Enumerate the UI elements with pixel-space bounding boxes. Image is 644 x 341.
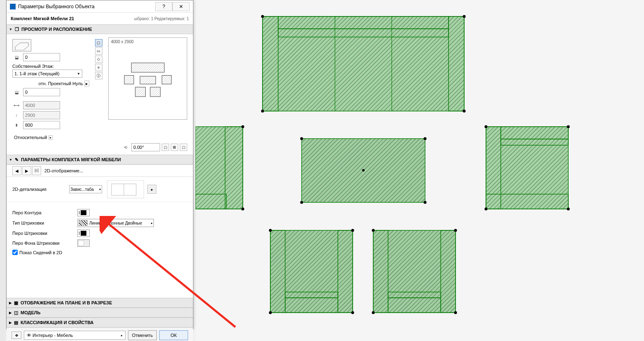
selection-count: ыбрано: 1 Редактируемых: 1 xyxy=(134,16,189,21)
nav-prev-button[interactable]: ◀ xyxy=(12,166,21,175)
canvas-workspace[interactable] xyxy=(195,0,644,341)
svg-rect-60 xyxy=(162,75,171,84)
section-model-header[interactable]: ▶ ◫ МОДЕЛЬ xyxy=(7,308,193,318)
mirror-x-button[interactable]: ▢ xyxy=(162,144,169,151)
section-model-title: МОДЕЛЬ xyxy=(21,310,40,315)
hatch-pen-picker[interactable]: I xyxy=(77,230,90,237)
elevation-icon: ⬓ xyxy=(12,53,21,61)
rotation-input[interactable] xyxy=(131,143,160,151)
svg-point-26 xyxy=(242,125,244,128)
app-icon xyxy=(10,4,16,9)
svg-marker-55 xyxy=(15,43,28,50)
svg-rect-37 xyxy=(270,230,353,313)
svg-point-15 xyxy=(261,110,264,113)
view-list-button[interactable]: ≡ xyxy=(95,64,102,71)
dim-y-input[interactable] xyxy=(23,111,60,119)
svg-point-13 xyxy=(261,15,264,18)
floor-select[interactable]: 1. 1-й этаж (Текущий)▼ xyxy=(12,70,82,78)
preview-view-toolbar: ▢ ▭ ◇ ≡ ⓘ xyxy=(95,37,102,131)
svg-point-36 xyxy=(567,208,570,211)
object-settings-dialog: Параметры Выбранного Объекта ? ✕ Комплек… xyxy=(6,0,193,329)
mirror-z-button[interactable]: ▢ xyxy=(180,144,187,151)
dialog-titlebar[interactable]: Параметры Выбранного Объекта ? ✕ xyxy=(7,0,193,13)
layer-select[interactable]: 👁 Интерьер - Мебель ▸ xyxy=(24,331,126,340)
chevron-right-icon: ▸ xyxy=(121,334,123,337)
hatch-swatch-icon xyxy=(79,220,88,226)
rotation-icon: ⟲ xyxy=(121,143,130,151)
app-toolbar-strip xyxy=(0,0,6,341)
armchair-left-plan-view xyxy=(195,125,244,211)
preview-panel[interactable]: 4000 x 2900 xyxy=(108,37,188,120)
svg-rect-58 xyxy=(131,63,164,72)
rotation-label: Относительный xyxy=(14,135,47,140)
nav-page-label: 2D-отображение... xyxy=(42,168,187,173)
svg-point-20 xyxy=(300,201,303,204)
svg-point-14 xyxy=(463,15,466,18)
section-params-header[interactable]: ▼ ✎ ПАРАМЕТРЫ КОМПЛЕКТА МЯГКОЙ МЕБЕЛИ xyxy=(7,155,193,165)
chevron-right-icon: ▸ xyxy=(151,221,153,225)
detail-level-select[interactable]: Завис...таба▾ xyxy=(69,185,102,193)
svg-point-45 xyxy=(351,311,354,314)
preview-dimensions-label: 4000 x 2900 xyxy=(111,39,134,44)
cancel-button[interactable]: Отменить xyxy=(128,330,157,340)
section-class-header[interactable]: ▶ ▤ КЛАССИФИКАЦИЯ И СВОЙСТВА xyxy=(7,318,193,327)
view-info-button[interactable]: ⓘ xyxy=(95,72,102,79)
chevron-right-icon[interactable]: ▸ xyxy=(49,135,53,140)
svg-point-42 xyxy=(269,229,272,232)
elevation-bottom-icon: ⬓ xyxy=(12,88,21,96)
detail-next-button[interactable]: ▸ xyxy=(147,185,156,194)
view-elevation-button[interactable]: ▭ xyxy=(95,47,102,55)
section-plan-header[interactable]: ▶ ▦ ОТОБРАЖЕНИЕ НА ПЛАНЕ И В РАЗРЕЗЕ xyxy=(7,298,193,308)
svg-point-52 xyxy=(454,229,457,232)
svg-rect-23 xyxy=(195,127,243,209)
object-name: Комплект Мягкой Мебели 21 xyxy=(11,16,134,21)
close-button[interactable]: ✕ xyxy=(172,2,190,11)
plan-icon: ▦ xyxy=(14,300,18,306)
section-plan-title: ОТОБРАЖЕНИЕ НА ПЛАНЕ И В РАЗРЕЗЕ xyxy=(21,300,112,305)
view-plan-button[interactable]: ▢ xyxy=(95,39,102,46)
layer-icon[interactable]: ❖ xyxy=(12,332,21,339)
svg-point-21 xyxy=(424,201,427,204)
dim-x-input[interactable] xyxy=(23,101,60,109)
svg-rect-46 xyxy=(373,230,456,313)
section-params-title: ПАРАМЕТРЫ КОМПЛЕКТА МЯГКОЙ МЕБЕЛИ xyxy=(21,157,121,162)
svg-rect-59 xyxy=(124,75,134,84)
params-icon: ✎ xyxy=(15,157,19,162)
preview-icon: ❐ xyxy=(15,27,19,32)
floor-label: Собственный Этаж: xyxy=(12,64,91,69)
mirror-y-button[interactable]: ⊠ xyxy=(171,144,178,151)
svg-rect-63 xyxy=(150,87,160,97)
object-3d-thumbnail[interactable] xyxy=(12,39,31,51)
hatch-type-select[interactable]: Линии Наклонные Двойные ▸ xyxy=(77,219,154,227)
section-preview-header[interactable]: ▼ ❐ ПРОСМОТР И РАСПОЛОЖЕНИЕ xyxy=(7,24,193,34)
svg-point-18 xyxy=(300,137,303,140)
ok-button[interactable]: ОК xyxy=(159,330,188,340)
help-button[interactable]: ? xyxy=(155,2,172,11)
svg-rect-62 xyxy=(135,87,145,97)
chevron-down-icon: ▼ xyxy=(77,72,80,76)
chevron-right-icon[interactable]: ▸ xyxy=(84,81,89,86)
elevation-bottom-input[interactable] xyxy=(23,88,60,96)
svg-point-34 xyxy=(567,125,570,128)
svg-point-35 xyxy=(485,208,488,211)
hatch-bg-pen-picker[interactable] xyxy=(77,239,90,247)
svg-point-16 xyxy=(463,110,466,113)
elevation-top-input[interactable] xyxy=(23,53,60,61)
armchair-right-plan-view xyxy=(485,125,570,211)
svg-point-27 xyxy=(242,208,244,211)
svg-point-44 xyxy=(269,311,272,314)
table-plan-view xyxy=(300,137,427,204)
show-seats-checkbox[interactable] xyxy=(12,250,18,255)
project-zero-label: отн. Проектный Нуль xyxy=(39,81,83,86)
svg-point-51 xyxy=(372,229,375,232)
nav-next-button[interactable]: ▶ xyxy=(22,166,31,175)
svg-point-33 xyxy=(485,125,488,128)
svg-point-43 xyxy=(351,229,354,232)
view-3d-button[interactable]: ◇ xyxy=(95,56,102,63)
contour-pen-picker[interactable]: I xyxy=(77,209,90,216)
nav-tree-button[interactable]: 〣 xyxy=(32,166,41,175)
detail-label: 2D-детализация xyxy=(12,187,66,192)
detail-mini-preview[interactable] xyxy=(107,180,144,198)
dim-z-input[interactable] xyxy=(23,121,60,129)
svg-point-54 xyxy=(454,311,457,314)
